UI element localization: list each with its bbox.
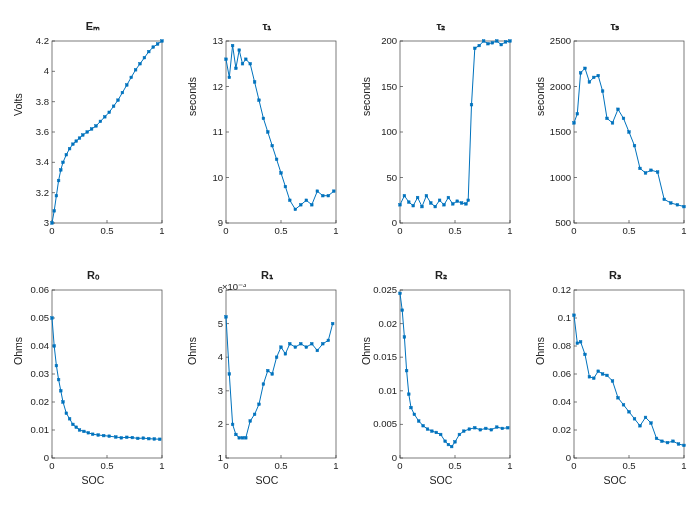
svg-rect-161 — [601, 90, 604, 93]
svg-rect-36 — [99, 120, 102, 123]
svg-rect-213 — [108, 435, 111, 438]
svg-rect-91 — [327, 194, 330, 197]
svg-rect-339 — [588, 376, 591, 379]
svg-rect-125 — [465, 203, 468, 206]
svg-rect-82 — [280, 172, 283, 175]
chart-tau3: τ₃500100015002000250000.51seconds — [542, 20, 688, 251]
svg-rect-265 — [322, 342, 325, 345]
svg-rect-175 — [683, 205, 686, 208]
svg-rect-155 — [576, 113, 579, 116]
svg-rect-162 — [606, 117, 609, 120]
svg-rect-354 — [666, 441, 669, 444]
svg-rect-252 — [258, 403, 261, 406]
svg-rect-257 — [280, 346, 283, 349]
svg-rect-246 — [235, 433, 238, 436]
svg-text:0.08: 0.08 — [553, 340, 572, 351]
svg-rect-290 — [405, 369, 408, 372]
plot-area: 05010015020000.51 — [368, 35, 514, 237]
svg-rect-176 — [52, 290, 162, 458]
svg-rect-154 — [573, 122, 576, 125]
svg-rect-249 — [245, 437, 248, 440]
svg-text:0.5: 0.5 — [622, 225, 635, 236]
svg-text:2: 2 — [218, 418, 223, 429]
svg-rect-255 — [271, 373, 274, 376]
y-axis-label: Ohms — [186, 336, 198, 364]
svg-rect-23 — [55, 194, 58, 197]
svg-rect-172 — [663, 198, 666, 201]
svg-rect-41 — [121, 91, 124, 94]
svg-rect-217 — [131, 436, 134, 439]
chart-R0: R₀00.010.020.030.040.050.0600.51OhmsSOC — [20, 269, 166, 500]
svg-text:50: 50 — [386, 172, 397, 183]
svg-text:12: 12 — [212, 81, 223, 92]
svg-rect-208 — [83, 430, 86, 433]
svg-rect-304 — [458, 433, 461, 436]
svg-rect-174 — [676, 204, 679, 207]
svg-text:0.02: 0.02 — [379, 318, 398, 329]
svg-rect-88 — [311, 204, 314, 207]
svg-rect-85 — [294, 208, 297, 211]
svg-rect-243 — [225, 316, 228, 319]
svg-rect-72 — [238, 49, 241, 52]
svg-rect-308 — [479, 428, 482, 431]
svg-text:0.05: 0.05 — [31, 312, 50, 323]
svg-text:500: 500 — [555, 217, 571, 228]
svg-text:11: 11 — [212, 126, 223, 137]
chart-title: Eₘ — [20, 20, 166, 33]
svg-rect-264 — [316, 349, 319, 352]
svg-rect-34 — [90, 128, 93, 131]
svg-rect-83 — [284, 185, 287, 188]
svg-text:0: 0 — [49, 460, 54, 471]
svg-rect-119 — [438, 199, 441, 202]
svg-text:1: 1 — [507, 460, 512, 471]
svg-rect-75 — [249, 62, 252, 65]
svg-rect-71 — [235, 67, 238, 70]
svg-text:150: 150 — [381, 81, 397, 92]
svg-rect-132 — [491, 42, 494, 45]
svg-rect-292 — [410, 406, 413, 409]
svg-rect-22 — [53, 210, 56, 213]
svg-rect-245 — [231, 423, 234, 426]
svg-rect-355 — [672, 440, 675, 443]
x-axis-label: SOC — [194, 474, 340, 486]
svg-text:0.5: 0.5 — [448, 460, 461, 471]
svg-rect-33 — [86, 131, 89, 134]
svg-text:0.03: 0.03 — [31, 368, 50, 379]
svg-rect-110 — [399, 204, 402, 207]
y-axis-label: Volts — [12, 93, 24, 116]
svg-rect-202 — [62, 401, 65, 404]
svg-rect-251 — [253, 413, 256, 416]
svg-rect-261 — [300, 342, 303, 345]
svg-rect-122 — [452, 203, 455, 206]
svg-text:0: 0 — [571, 225, 576, 236]
svg-rect-116 — [425, 194, 428, 197]
plot-area: 00.010.020.030.040.050.0600.51 — [20, 284, 166, 472]
plot-area: 00.020.040.060.080.10.1200.51 — [542, 284, 688, 472]
svg-rect-135 — [504, 41, 507, 44]
svg-text:2000: 2000 — [550, 81, 571, 92]
svg-rect-136 — [509, 40, 512, 43]
chart-title: τ₃ — [542, 20, 688, 33]
svg-text:0.005: 0.005 — [373, 418, 397, 429]
svg-text:1: 1 — [333, 225, 338, 236]
svg-text:0.5: 0.5 — [622, 460, 635, 471]
svg-text:0: 0 — [566, 452, 571, 463]
svg-rect-121 — [447, 196, 450, 199]
svg-text:2500: 2500 — [550, 35, 571, 46]
svg-rect-296 — [426, 428, 429, 431]
svg-rect-345 — [617, 397, 620, 400]
svg-rect-260 — [294, 346, 297, 349]
y-axis-label: Ohms — [360, 336, 372, 364]
svg-rect-263 — [311, 342, 314, 345]
svg-text:13: 13 — [212, 35, 223, 46]
y-axis-label: seconds — [534, 76, 546, 115]
plot-area: 00.0050.010.0150.020.02500.51 — [368, 284, 514, 472]
svg-rect-21 — [51, 222, 54, 225]
svg-text:1: 1 — [681, 225, 686, 236]
svg-text:0: 0 — [223, 225, 228, 236]
svg-rect-267 — [331, 322, 334, 325]
svg-rect-86 — [300, 204, 303, 207]
svg-rect-199 — [55, 364, 58, 367]
chart-title: R₀ — [20, 269, 166, 282]
svg-text:0.5: 0.5 — [274, 460, 287, 471]
